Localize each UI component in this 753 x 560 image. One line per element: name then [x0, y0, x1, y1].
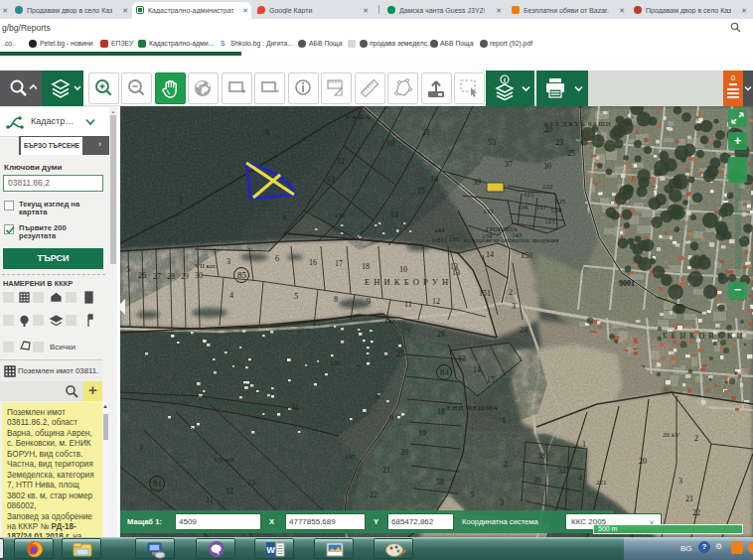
svg-text:ГРОБИЩА: ГРОБИЩА — [486, 225, 518, 232]
svg-text:20: 20 — [400, 448, 408, 457]
svg-text:39: 39 — [473, 178, 481, 187]
svg-text:81: 81 — [153, 479, 162, 489]
svg-text:85: 85 — [237, 270, 247, 280]
svg-text:151: 151 — [479, 289, 491, 298]
svg-text:26: 26 — [138, 271, 146, 280]
svg-text:53: 53 — [488, 138, 496, 147]
svg-text:21: 21 — [685, 494, 693, 503]
svg-text:4: 4 — [229, 291, 233, 300]
svg-text:34: 34 — [558, 467, 566, 476]
svg-text:3: 3 — [512, 302, 516, 311]
svg-text:152: 152 — [288, 402, 299, 410]
svg-text:5: 5 — [126, 265, 130, 274]
svg-text:139: 139 — [330, 359, 341, 367]
svg-text:1: 1 — [502, 416, 506, 425]
svg-text:8: 8 — [265, 128, 269, 137]
svg-text:39: 39 — [533, 476, 541, 485]
svg-text:16: 16 — [309, 258, 317, 267]
svg-text:142: 142 — [384, 318, 395, 326]
svg-text:15: 15 — [417, 187, 425, 196]
svg-text:137: 137 — [345, 453, 356, 461]
svg-text:221: 221 — [596, 479, 607, 487]
svg-text:10: 10 — [399, 265, 407, 274]
svg-text:21: 21 — [422, 128, 430, 137]
svg-text:117: 117 — [536, 204, 547, 211]
svg-text:12: 12 — [226, 487, 233, 495]
svg-text:20: 20 — [639, 457, 647, 466]
svg-text:150: 150 — [521, 251, 532, 260]
svg-text:144: 144 — [434, 226, 445, 234]
svg-text:84: 84 — [440, 367, 450, 377]
svg-text:125: 125 — [555, 198, 566, 206]
svg-text:12: 12 — [432, 297, 440, 306]
svg-text:21: 21 — [382, 466, 390, 475]
svg-text:29: 29 — [181, 272, 189, 281]
svg-text:Б Е Н К О В С К И: Б Е Н К О В С К И — [663, 332, 743, 341]
svg-text:155: 155 — [449, 235, 459, 242]
svg-text:19: 19 — [418, 429, 426, 438]
svg-text:22: 22 — [692, 508, 700, 517]
svg-text:6: 6 — [275, 254, 279, 263]
svg-text:4: 4 — [282, 213, 286, 222]
svg-text:14: 14 — [486, 250, 494, 259]
svg-text:КУЛ ДЖУК БАШИ: КУЛ ДЖУК БАШИ — [544, 120, 611, 127]
svg-text:18: 18 — [362, 262, 370, 271]
svg-text:131: 131 — [335, 211, 346, 219]
svg-text:122: 122 — [542, 183, 553, 191]
svg-text:13: 13 — [247, 479, 255, 488]
svg-text:ЕНИ ЧЕШМА: ЕНИ ЧЕШМА — [447, 404, 499, 412]
svg-text:26: 26 — [437, 330, 445, 339]
svg-text:15: 15 — [487, 375, 495, 384]
svg-text:1-011: 1-011 — [431, 236, 448, 244]
svg-text:2: 2 — [509, 288, 513, 297]
svg-text:4: 4 — [578, 474, 582, 483]
svg-text:БАФА: БАФА — [346, 113, 373, 121]
svg-text:VII кат.: VII кат. — [195, 262, 217, 270]
svg-text:за складове на селскостоп. про: за складове на селскостоп. продукция — [463, 237, 559, 243]
svg-text:W: W — [266, 545, 275, 555]
svg-text:5: 5 — [294, 292, 298, 301]
svg-text:1: 1 — [139, 444, 143, 453]
svg-text:14: 14 — [473, 365, 481, 374]
svg-text:Е Н И К Б О Р У Н: Е Н И К Б О Р У Н — [365, 277, 449, 287]
svg-text:16: 16 — [430, 175, 438, 184]
svg-text:24: 24 — [520, 326, 527, 335]
svg-text:1: 1 — [179, 196, 183, 205]
svg-text:17: 17 — [335, 259, 343, 268]
svg-text:3: 3 — [226, 257, 230, 266]
svg-text:3: 3 — [678, 477, 682, 486]
svg-text:23: 23 — [555, 138, 563, 147]
svg-text:13: 13 — [458, 354, 466, 363]
svg-text:9: 9 — [367, 297, 371, 306]
svg-text:8: 8 — [376, 392, 379, 401]
svg-text:1: 1 — [582, 440, 586, 449]
svg-text:25: 25 — [396, 350, 404, 358]
svg-text:14: 14 — [390, 210, 398, 219]
svg-text:133: 133 — [483, 208, 494, 215]
svg-text:VII кат.: VII кат. — [214, 456, 235, 464]
svg-text:13: 13 — [450, 262, 458, 271]
svg-text:13: 13 — [327, 175, 335, 184]
svg-text:11: 11 — [206, 495, 214, 504]
svg-text:9001: 9001 — [619, 279, 635, 288]
svg-text:25: 25 — [567, 149, 575, 158]
svg-text:18: 18 — [437, 407, 445, 416]
svg-text:121: 121 — [524, 191, 534, 199]
svg-text:123: 123 — [544, 217, 555, 225]
svg-text:9: 9 — [389, 414, 393, 423]
svg-text:28: 28 — [167, 272, 175, 281]
svg-text:27: 27 — [153, 272, 161, 281]
svg-text:37: 37 — [505, 160, 513, 169]
svg-text:5: 5 — [470, 490, 474, 499]
svg-text:20 kV: 20 kV — [663, 431, 679, 439]
svg-text:124: 124 — [550, 207, 561, 214]
svg-text:22: 22 — [370, 490, 377, 499]
svg-text:38: 38 — [537, 452, 545, 461]
svg-text:8: 8 — [334, 295, 338, 304]
svg-text:2: 2 — [694, 434, 698, 443]
svg-text:5: 5 — [332, 224, 336, 233]
svg-text:116: 116 — [518, 204, 528, 211]
svg-text:7: 7 — [357, 364, 361, 373]
svg-text:12: 12 — [337, 157, 345, 166]
svg-text:30: 30 — [543, 162, 551, 171]
